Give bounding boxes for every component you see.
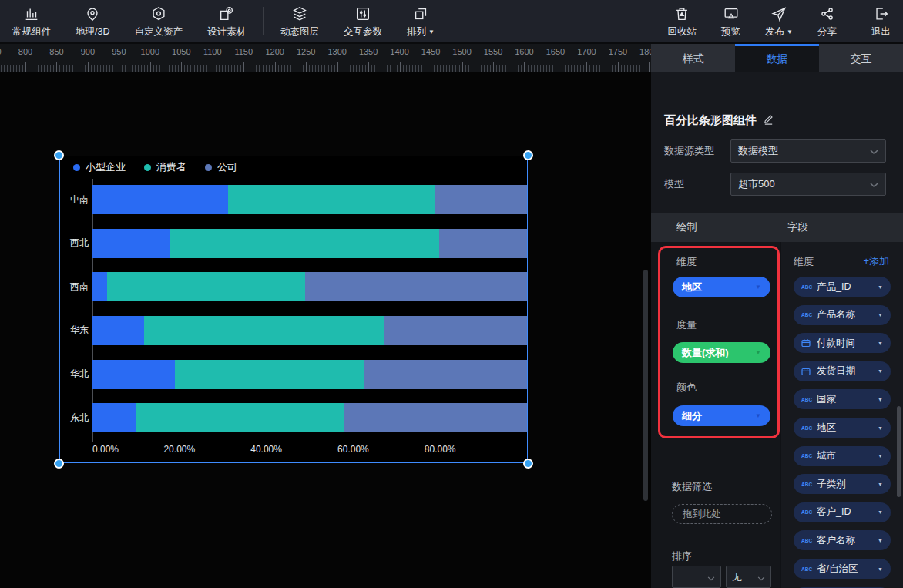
field-pill-发货日期[interactable]: 发货日期▼ — [794, 361, 891, 381]
bar-segment-小型企业[interactable] — [92, 272, 107, 301]
toolbar-item-hexagon[interactable]: 自定义资产 — [122, 0, 195, 42]
ruler-tick — [85, 65, 86, 72]
bar-segment-小型企业[interactable] — [92, 185, 228, 214]
toolbar-item-send[interactable]: 发布▼ — [753, 0, 805, 42]
bar-segment-公司[interactable] — [439, 229, 527, 258]
legend-dot — [144, 164, 151, 171]
stacked-bar[interactable] — [92, 316, 527, 345]
bar-segment-公司[interactable] — [435, 185, 527, 214]
tab-样式[interactable]: 样式 — [651, 44, 735, 72]
field-pill-客户名称[interactable]: ABC客户名称▼ — [794, 530, 891, 550]
field-pill-付款时间[interactable]: 付款时间▼ — [794, 333, 891, 353]
sort-field-select[interactable] — [672, 566, 721, 588]
stacked-bar[interactable] — [92, 403, 527, 432]
bar-segment-小型企业[interactable] — [92, 229, 170, 258]
ruler-tick — [318, 65, 319, 72]
tab-数据[interactable]: 数据 — [735, 44, 819, 72]
ruler-label: 1300 — [327, 47, 346, 56]
ruler-tick — [29, 65, 29, 72]
measure-pill[interactable]: 数量(求和) ▼ — [673, 342, 770, 363]
bar-segment-小型企业[interactable] — [92, 360, 175, 389]
bar-segment-消费者[interactable] — [228, 185, 435, 214]
field-pill-国家[interactable]: ABC国家▼ — [794, 389, 891, 409]
ruler-tick — [331, 65, 332, 72]
toolbar-item-bar-chart[interactable]: 常规组件 — [0, 0, 63, 42]
field-name: 城市 — [817, 449, 878, 462]
ruler-tick — [512, 65, 512, 72]
panel-scrollbar-thumb[interactable] — [897, 406, 901, 497]
resize-handle-bottom-right[interactable] — [523, 459, 533, 469]
field-pill-产品_ID[interactable]: ABC产品_ID▼ — [794, 277, 891, 297]
dimension-pill[interactable]: 地区 ▼ — [673, 277, 770, 297]
toolbar-item-sliders[interactable]: 交互参数 — [331, 0, 394, 42]
resize-handle-top-left[interactable] — [54, 150, 64, 160]
color-pill[interactable]: 细分 ▼ — [673, 405, 770, 426]
edit-title-icon[interactable] — [763, 113, 774, 128]
ruler-tick — [589, 65, 590, 72]
stacked-bar[interactable] — [92, 229, 527, 258]
x-axis-label: 20.00% — [163, 444, 195, 455]
ruler-tick — [649, 62, 650, 72]
subtab-fields[interactable]: 字段 — [787, 220, 808, 234]
bar-segment-公司[interactable] — [384, 316, 527, 345]
bar-segment-消费者[interactable] — [170, 229, 439, 258]
bar-segment-消费者[interactable] — [144, 316, 384, 345]
ruler-tick — [256, 65, 257, 72]
bar-segment-消费者[interactable] — [107, 272, 306, 301]
subtab-draw[interactable]: 绘制 — [676, 220, 697, 234]
ruler-tick — [206, 65, 207, 72]
toolbar-item-arrange[interactable]: 排列▼ — [394, 0, 447, 42]
ruler-tick — [234, 65, 235, 72]
ruler-tick — [606, 65, 606, 72]
horizontal-ruler[interactable]: 7508008509009501000105011001150120012501… — [0, 44, 651, 72]
add-field-link[interactable]: +添加 — [863, 254, 889, 268]
toolbar-item-map-pin[interactable]: 地理/3D — [63, 0, 122, 42]
toolbar-item-exit[interactable]: 退出 — [859, 0, 903, 42]
toolbar-item-label: 地理/3D — [76, 25, 109, 39]
canvas-scrollbar-thumb[interactable] — [643, 270, 648, 501]
field-pill-地区[interactable]: ABC地区▼ — [794, 418, 891, 438]
datasource-type-select[interactable]: 数据模型 — [730, 139, 886, 163]
legend-item[interactable]: 小型企业 — [73, 160, 126, 174]
ruler-tick — [153, 65, 154, 72]
ruler-tick — [502, 65, 503, 72]
ruler-tick — [646, 65, 646, 72]
legend-item[interactable]: 消费者 — [144, 160, 186, 174]
resize-handle-bottom-left[interactable] — [54, 459, 64, 469]
bar-segment-公司[interactable] — [364, 360, 527, 389]
field-pill-客户_ID[interactable]: ABC客户_ID▼ — [794, 502, 891, 522]
stacked-bar[interactable] — [92, 272, 527, 301]
top-toolbar: 常规组件地理/3D自定义资产设计素材动态图层交互参数排列▼ 回收站预览发布▼分享… — [0, 0, 903, 44]
bar-segment-消费者[interactable] — [175, 360, 364, 389]
stacked-bar[interactable] — [92, 360, 527, 389]
percentage-bar-chart-component[interactable]: 小型企业消费者公司 中南西北西南华东华北东北0.00%20.00%40.00%6… — [59, 156, 528, 463]
model-select[interactable]: 超市500 — [730, 173, 886, 196]
toolbar-item-share[interactable]: 分享 — [805, 0, 849, 42]
legend-item[interactable]: 公司 — [205, 160, 237, 174]
legend-label: 消费者 — [156, 160, 186, 174]
bar-segment-消费者[interactable] — [136, 403, 344, 432]
bar-segment-公司[interactable] — [344, 403, 527, 432]
bar-segment-小型企业[interactable] — [92, 316, 144, 345]
filter-dropzone[interactable]: 拖到此处 — [672, 504, 772, 524]
field-pill-省/自治区[interactable]: ABC省/自治区▼ — [794, 559, 891, 579]
resize-handle-top-right[interactable] — [523, 150, 533, 160]
tab-交互[interactable]: 交互 — [819, 44, 903, 72]
sort-order-select[interactable]: 无 — [726, 566, 771, 588]
toolbar-item-layers[interactable]: 动态图层 — [268, 0, 331, 42]
bar-segment-公司[interactable] — [305, 272, 527, 301]
design-canvas[interactable]: 小型企业消费者公司 中南西北西南华东华北东北0.00%20.00%40.00%6… — [0, 72, 651, 588]
toolbar-item-screen[interactable]: 预览 — [709, 0, 753, 42]
ruler-tick — [344, 65, 344, 72]
bar-segment-小型企业[interactable] — [92, 403, 136, 432]
toolbar-item-design[interactable]: 设计素材 — [195, 0, 258, 42]
field-pill-城市[interactable]: ABC城市▼ — [794, 446, 891, 466]
field-pill-子类别[interactable]: ABC子类别▼ — [794, 474, 891, 494]
ruler-label: 1350 — [359, 47, 378, 56]
stacked-bar[interactable] — [92, 185, 527, 214]
field-pill-产品名称[interactable]: ABC产品名称▼ — [794, 305, 891, 325]
toolbar-item-trash[interactable]: 回收站 — [656, 0, 710, 42]
ruler-tick — [428, 65, 428, 72]
ruler-tick — [250, 65, 250, 72]
ruler-tick — [446, 65, 447, 72]
